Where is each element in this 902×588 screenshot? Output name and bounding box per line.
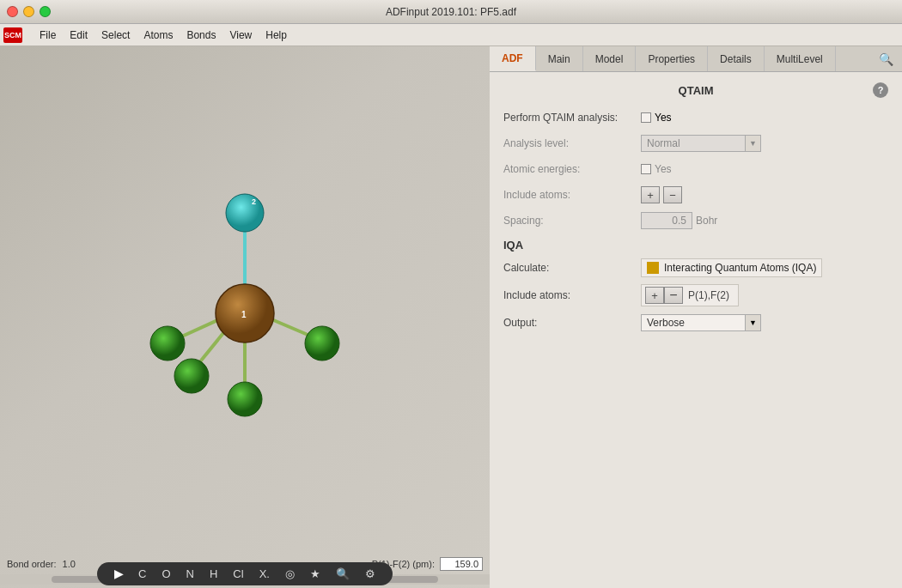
titlebar: ADFinput 2019.101: PF5.adf xyxy=(0,0,902,24)
atomic-energies-yes: Yes xyxy=(655,163,672,175)
svg-point-9 xyxy=(228,382,262,416)
tool-ring[interactable]: ◎ xyxy=(282,566,298,582)
perform-qtaim-control: Yes xyxy=(641,112,888,124)
menubar: SCM File Edit Select Atoms Bonds View He… xyxy=(0,24,902,46)
svg-point-5 xyxy=(226,194,264,232)
perform-qtaim-checkbox[interactable] xyxy=(641,112,651,123)
scm-logo-icon: SCM xyxy=(3,27,22,43)
tool-search[interactable]: 🔍 xyxy=(332,566,353,582)
tool-hydrogen[interactable]: H xyxy=(206,566,221,582)
svg-text:2: 2 xyxy=(252,197,256,206)
perform-qtaim-row: Perform QTAIM analysis: Yes xyxy=(503,108,888,127)
calculate-row: Calculate: Interacting Quantum Atoms (IQ… xyxy=(503,258,888,277)
analysis-level-arrow[interactable]: ▼ xyxy=(745,136,760,151)
main-content: 2 1 xyxy=(0,46,902,588)
search-icon[interactable]: 🔍 xyxy=(870,46,902,71)
output-label: Output: xyxy=(503,317,641,329)
section-title: QTAIM xyxy=(679,84,714,97)
close-button[interactable] xyxy=(7,6,18,17)
iqa-atoms-plus[interactable]: + xyxy=(645,287,664,304)
section-title-row: QTAIM ? xyxy=(503,82,888,98)
tool-x[interactable]: X. xyxy=(256,566,273,582)
calculate-label: Calculate: xyxy=(503,262,641,274)
include-atoms-control: + − xyxy=(641,186,888,203)
tool-chlorine[interactable]: Cl xyxy=(229,566,247,582)
iqa-checkbox-label: Interacting Quantum Atoms (IQA) xyxy=(664,262,816,274)
viewport-toolbar: ▶ C O N H Cl X. ◎ ★ 🔍 ⚙ xyxy=(0,557,490,588)
spacing-unit: Bohr xyxy=(696,215,717,227)
output-control: Verbose ▼ xyxy=(641,314,888,331)
svg-point-12 xyxy=(174,359,209,393)
perform-qtaim-label: Perform QTAIM analysis: xyxy=(503,112,641,124)
tab-model[interactable]: Model xyxy=(583,46,637,71)
window-title: ADFinput 2019.101: PF5.adf xyxy=(386,6,516,18)
output-row: Output: Verbose ▼ xyxy=(503,313,888,332)
include-atoms-minus[interactable]: − xyxy=(663,186,682,203)
help-button[interactable]: ? xyxy=(873,82,888,98)
iqa-include-atoms-row: Include atoms: + − P(1),F(2) xyxy=(503,284,888,306)
analysis-level-select[interactable]: Normal ▼ xyxy=(641,135,761,152)
tab-bar: ADF Main Model Properties Details MultiL… xyxy=(490,46,902,72)
tool-oxygen[interactable]: O xyxy=(158,566,174,582)
analysis-level-row: Analysis level: Normal ▼ xyxy=(503,134,888,153)
atomic-energies-label: Atomic energies: xyxy=(503,163,641,175)
titlebar-buttons xyxy=(7,6,51,17)
analysis-level-label: Analysis level: xyxy=(503,137,641,149)
molecule-area: 2 1 xyxy=(0,46,490,554)
menu-view[interactable]: View xyxy=(222,27,259,44)
tool-carbon[interactable]: C xyxy=(135,566,149,582)
iqa-atoms-row: + − P(1),F(2) xyxy=(641,284,739,306)
output-value: Verbose xyxy=(642,315,745,330)
right-panel: ADF Main Model Properties Details MultiL… xyxy=(490,46,902,588)
tool-select[interactable]: ▶ xyxy=(111,566,126,582)
tab-adf[interactable]: ADF xyxy=(490,46,536,71)
include-atoms-plus[interactable]: + xyxy=(641,186,660,203)
menu-bonds[interactable]: Bonds xyxy=(180,27,222,44)
output-arrow[interactable]: ▼ xyxy=(745,315,760,330)
atomic-energies-control: Yes xyxy=(641,163,888,175)
toolbar-inner: ▶ C O N H Cl X. ◎ ★ 🔍 ⚙ xyxy=(97,562,393,585)
perform-qtaim-yes: Yes xyxy=(655,112,672,124)
menu-atoms[interactable]: Atoms xyxy=(137,27,180,44)
iqa-atoms-minus[interactable]: − xyxy=(664,287,683,304)
maximize-button[interactable] xyxy=(40,6,51,17)
scm-logo: SCM xyxy=(3,27,26,43)
iqa-include-atoms-control: + − P(1),F(2) xyxy=(641,284,888,306)
svg-point-10 xyxy=(150,326,185,361)
analysis-level-value: Normal xyxy=(642,136,745,151)
spacing-label: Spacing: xyxy=(503,215,641,227)
menu-file[interactable]: File xyxy=(33,27,63,44)
iqa-include-atoms-label: Include atoms: xyxy=(503,289,641,301)
iqa-checkbox-icon xyxy=(647,262,659,274)
spacing-row: Spacing: 0.5 Bohr xyxy=(503,211,888,230)
spacing-control: 0.5 Bohr xyxy=(641,212,888,229)
panel-content: QTAIM ? Perform QTAIM analysis: Yes Anal… xyxy=(490,72,902,588)
atomic-energies-row: Atomic energies: Yes xyxy=(503,160,888,179)
molecule-svg: 2 1 xyxy=(133,172,357,429)
spacing-input[interactable]: 0.5 xyxy=(641,212,692,229)
tab-details[interactable]: Details xyxy=(708,46,765,71)
tab-main[interactable]: Main xyxy=(536,46,583,71)
tab-properties[interactable]: Properties xyxy=(636,46,708,71)
iqa-section-title: IQA xyxy=(503,239,888,252)
menu-select[interactable]: Select xyxy=(94,27,137,44)
output-select[interactable]: Verbose ▼ xyxy=(641,314,761,331)
include-atoms-row: Include atoms: + − xyxy=(503,185,888,204)
svg-point-11 xyxy=(305,326,339,361)
include-atoms-label: Include atoms: xyxy=(503,189,641,201)
tool-settings[interactable]: ⚙ xyxy=(362,566,379,582)
tool-nitrogen[interactable]: N xyxy=(183,566,198,582)
menu-edit[interactable]: Edit xyxy=(63,27,94,44)
svg-text:1: 1 xyxy=(241,310,247,319)
iqa-atoms-value: P(1),F(2) xyxy=(683,288,734,302)
viewport[interactable]: 2 1 xyxy=(0,46,490,588)
tab-multilevel[interactable]: MultiLevel xyxy=(765,46,836,71)
iqa-checkbox-row[interactable]: Interacting Quantum Atoms (IQA) xyxy=(641,258,822,277)
minimize-button[interactable] xyxy=(23,6,34,17)
tab-spacer xyxy=(836,46,870,71)
analysis-level-control: Normal ▼ xyxy=(641,135,888,152)
tool-favorite[interactable]: ★ xyxy=(307,566,324,582)
calculate-control: Interacting Quantum Atoms (IQA) xyxy=(641,258,888,277)
menu-help[interactable]: Help xyxy=(259,27,294,44)
atomic-energies-checkbox[interactable] xyxy=(641,164,651,174)
